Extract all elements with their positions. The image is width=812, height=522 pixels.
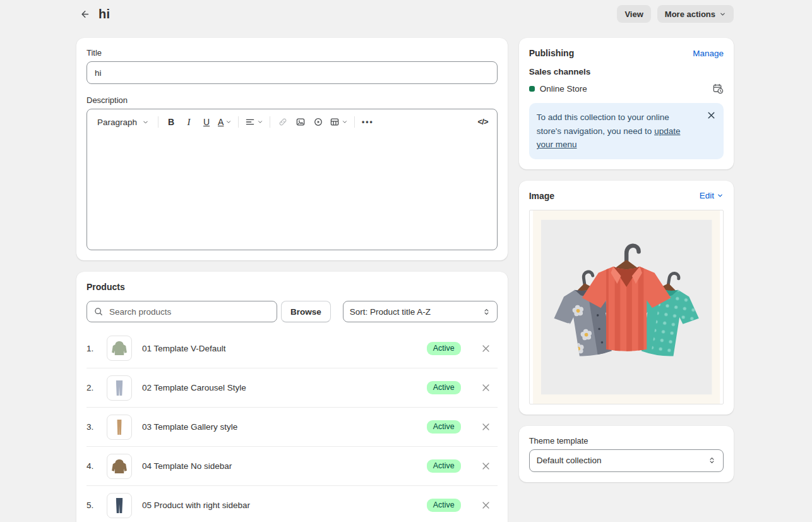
collection-image[interactable]	[529, 210, 724, 404]
chevron-down-icon	[342, 119, 348, 125]
image-icon	[296, 117, 306, 127]
page-title: hi	[99, 7, 110, 21]
video-icon	[313, 117, 323, 127]
underline-button[interactable]: U	[198, 113, 215, 131]
search-products-input[interactable]	[108, 307, 270, 317]
chevron-down-icon	[257, 119, 263, 125]
more-actions-button[interactable]: More actions	[657, 5, 734, 23]
product-title: 02 Template Carousel Style	[142, 383, 427, 392]
chevron-down-icon	[719, 11, 726, 18]
sort-select[interactable]: Sort: Product title A-Z	[343, 301, 498, 322]
jeans-image	[109, 377, 130, 399]
theme-template-label: Theme template	[529, 436, 724, 446]
product-thumbnail	[107, 375, 132, 401]
product-row: 4. 04 Template No sidebar Active	[87, 446, 498, 485]
italic-button[interactable]: I	[180, 113, 198, 131]
description-label: Description	[87, 95, 498, 105]
alignment-button[interactable]	[242, 113, 266, 131]
theme-template-card: Theme template Default collection	[519, 426, 734, 482]
product-title: 04 Template No sidebar	[142, 461, 427, 471]
align-left-icon	[245, 117, 255, 127]
sort-select-value: Sort: Product title A-Z	[350, 307, 431, 317]
select-updown-icon	[482, 308, 491, 316]
schedule-calendar-icon[interactable]	[712, 83, 724, 94]
show-html-button[interactable]: </>	[474, 113, 492, 131]
ellipsis-icon: •••	[362, 118, 374, 126]
close-icon	[482, 501, 490, 509]
product-title: 01 Template V-Default	[142, 344, 427, 353]
dismiss-banner-button[interactable]	[705, 109, 717, 121]
product-search	[87, 301, 277, 322]
insert-image-button[interactable]	[292, 113, 309, 131]
sales-channels-label: Sales channels	[529, 67, 724, 76]
product-thumbnail	[107, 493, 132, 518]
close-icon	[482, 423, 490, 431]
shirts-illustration	[530, 210, 723, 404]
title-input[interactable]	[87, 61, 498, 84]
description-editor: Paragraph B I U A	[87, 109, 498, 250]
hoodie-image	[109, 337, 130, 359]
insert-video-button[interactable]	[309, 113, 327, 131]
paragraph-style-dropdown[interactable]: Paragraph	[92, 113, 154, 131]
product-list: 1. 01 Template V-Default Active 2.	[87, 329, 498, 522]
code-icon: </>	[477, 118, 488, 126]
manage-publishing-link[interactable]: Manage	[693, 49, 724, 58]
row-index: 2.	[87, 383, 99, 392]
jeans-image	[109, 495, 130, 516]
image-card: Image Edit	[519, 181, 734, 415]
close-icon	[482, 462, 490, 470]
product-row: 1. 01 Template V-Default Active	[87, 329, 498, 368]
image-heading: Image	[529, 191, 554, 201]
toolbar-divider	[238, 116, 239, 128]
close-icon	[707, 111, 715, 119]
products-heading: Products	[87, 282, 498, 292]
hoodie-image	[109, 456, 130, 477]
view-button[interactable]: View	[617, 5, 650, 23]
status-badge: Active	[427, 499, 461, 512]
bold-icon: B	[168, 117, 174, 127]
toolbar-divider	[354, 116, 355, 128]
edit-image-link[interactable]: Edit	[700, 191, 724, 200]
navigation-info-banner: To add this collection to your online st…	[529, 103, 724, 159]
more-formatting-button[interactable]: •••	[359, 113, 376, 131]
chevron-down-icon	[142, 119, 149, 126]
remove-product-button[interactable]	[479, 381, 493, 394]
product-row: 5. 05 Product with right sidebar Active	[87, 485, 498, 522]
select-updown-icon	[708, 456, 716, 464]
publishing-card: Publishing Manage Sales channels Online …	[519, 38, 734, 169]
product-title: 05 Product with right sidebar	[142, 501, 427, 510]
remove-product-button[interactable]	[479, 459, 493, 473]
table-button[interactable]	[327, 113, 350, 131]
product-title: 03 Template Gallery style	[142, 422, 427, 432]
topbar: hi View More actions	[0, 0, 812, 28]
link-button[interactable]	[274, 113, 292, 131]
collection-page: hi View More actions Title Description	[0, 0, 812, 522]
close-icon	[482, 384, 490, 392]
toolbar-divider	[158, 116, 158, 128]
text-color-button[interactable]: A	[215, 113, 234, 131]
theme-template-value: Default collection	[537, 456, 602, 465]
table-icon	[330, 117, 340, 127]
browse-button[interactable]: Browse	[281, 301, 331, 322]
products-card: Products Browse Sort: Product title A-Z	[76, 272, 508, 522]
channel-status-dot	[529, 86, 535, 92]
toolbar-divider	[270, 116, 270, 128]
status-badge: Active	[427, 459, 461, 473]
row-index: 5.	[87, 501, 99, 510]
remove-product-button[interactable]	[479, 420, 493, 434]
remove-product-button[interactable]	[479, 342, 493, 355]
close-icon	[482, 344, 490, 353]
description-textarea[interactable]	[87, 135, 497, 250]
product-thumbnail	[107, 454, 132, 479]
italic-icon: I	[188, 117, 191, 128]
bold-button[interactable]: B	[162, 113, 180, 131]
back-button[interactable]	[76, 6, 92, 22]
chevron-down-icon	[225, 119, 232, 125]
theme-template-select[interactable]: Default collection	[529, 449, 724, 472]
product-row: 3. 03 Template Gallery style Active	[87, 407, 498, 446]
remove-product-button[interactable]	[479, 499, 493, 512]
text-color-icon: A	[218, 117, 224, 127]
status-badge: Active	[427, 381, 461, 394]
row-index: 4.	[87, 461, 99, 471]
publishing-heading: Publishing	[529, 48, 575, 58]
